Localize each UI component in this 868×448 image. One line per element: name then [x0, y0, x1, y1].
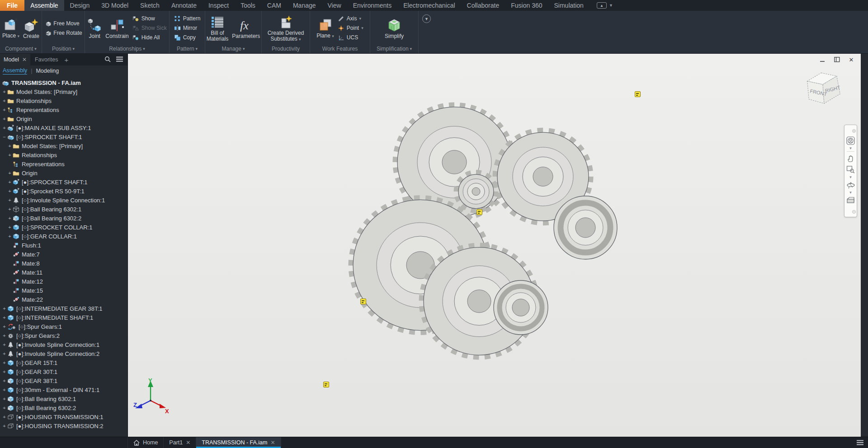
add-browser-tab-button[interactable]: + [63, 56, 71, 64]
ribbon-tab-environments[interactable]: Environments [347, 0, 398, 11]
tree-expander-icon[interactable]: + [1, 387, 7, 392]
plane-button[interactable]: Plane ▾ [315, 16, 335, 40]
ribbon-panel-label-pattern[interactable]: Pattern▾ [170, 44, 205, 53]
show-button[interactable]: Show [131, 14, 168, 23]
tree-expander-icon[interactable]: + [1, 424, 7, 429]
ribbon-tab-design[interactable]: Design [64, 0, 96, 11]
tree-item-transmission-fa-iam[interactable]: TRANSMISSION - FA.iam [0, 78, 127, 87]
tree-item-30mm-external-din-471-1[interactable]: +[○]:30mm - External - DIN 471:1 [0, 385, 127, 394]
minimize-icon[interactable] [819, 56, 826, 63]
tree-expander-icon[interactable]: + [1, 397, 7, 401]
hide-all-button[interactable]: Hide All [131, 33, 168, 42]
navbar-options-icon[interactable] [852, 207, 856, 215]
tree-item-relationships[interactable]: +Relationships [0, 150, 127, 159]
joint-button[interactable]: Joint [86, 17, 103, 40]
place-button[interactable]: Place ▾ [1, 16, 21, 40]
restore-icon[interactable] [834, 56, 840, 63]
mirror-button[interactable]: Mirror [173, 24, 202, 33]
tree-expander-icon[interactable]: − [1, 135, 7, 140]
ribbon-panel-label-manage[interactable]: Manage▾ [205, 44, 261, 53]
tree-expander-icon[interactable]: + [7, 189, 13, 194]
create-derived-substitutes-button[interactable]: Create Derived Substitutes ▾ [263, 14, 309, 43]
ribbon-panel-label-relationships[interactable]: Relationships▾ [85, 44, 169, 53]
tree-item-origin[interactable]: +Origin [0, 168, 127, 177]
tree-item-mate-7[interactable]: Mate:7 [0, 250, 127, 259]
tree-item-mate-8[interactable]: Mate:8 [0, 259, 127, 268]
ribbon-tab-view[interactable]: View [322, 0, 347, 11]
tree-expander-icon[interactable]: + [1, 378, 7, 383]
tree-item-mate-11[interactable]: Mate:11 [0, 268, 127, 277]
tree-item-origin[interactable]: +Origin [0, 114, 127, 123]
subtab-assembly[interactable]: Assembly [3, 67, 27, 75]
zoom-window-button[interactable] [845, 164, 856, 175]
close-icon[interactable]: ✕ [22, 56, 27, 63]
tree-expander-icon[interactable]: + [7, 234, 13, 239]
point-button[interactable]: Point▾ [336, 24, 365, 33]
tree-expander-icon[interactable]: + [7, 198, 13, 203]
chevron-down-icon[interactable]: ▼ [849, 176, 853, 179]
tree-item-flush-1[interactable]: Flush:1 [0, 241, 127, 250]
view-cube[interactable]: FRONT RIGHT [798, 67, 848, 119]
ucs-button[interactable]: UCS [336, 33, 365, 42]
tree-item-sprocket-shaft-1[interactable]: −[○]:SPROCKET SHAFT:1 [0, 132, 127, 141]
look-at-button[interactable] [845, 195, 856, 205]
tree-expander-icon[interactable]: + [7, 171, 13, 176]
tree-expander-icon[interactable]: + [1, 351, 7, 356]
ribbon-panel-label-position[interactable]: Position▾ [42, 44, 85, 53]
tree-item-involute-spline-connection-1[interactable]: +[●]:Involute Spline Connection:1 [0, 340, 127, 349]
tree-item-ball-bearing-6302-2[interactable]: +[○]:Ball Bearing 6302:2 [0, 214, 127, 223]
tree-item-gear-38t-1[interactable]: +[○]:GEAR 38T:1 [0, 376, 127, 385]
simplify-button[interactable]: Simplify [383, 17, 405, 40]
doc-tab-transmission-fa-iam[interactable]: TRANSMISSION - FA.iam✕ [196, 437, 281, 448]
doc-tab-part1[interactable]: Part1✕ [164, 437, 196, 448]
tree-item-housing-transmission-2[interactable]: +[●]:HOUSING TRANSMISSION:2 [0, 421, 127, 430]
ribbon-tab-electromechanical[interactable]: Electromechanical [397, 0, 461, 11]
tree-item-gear-15t-1[interactable]: +[○]:GEAR 15T:1 [0, 358, 127, 367]
doc-tab-home[interactable]: Home [128, 437, 164, 448]
free-move-button[interactable]: Free Move [43, 19, 83, 28]
ribbon-tab-inspect[interactable]: Inspect [203, 0, 235, 11]
tree-expander-icon[interactable]: + [1, 324, 7, 329]
browser-tab-favorites[interactable]: Favorites [30, 56, 62, 63]
show-sick-button[interactable]: Show Sick [131, 24, 168, 33]
bill-of-materials-button[interactable]: Bill of Materials [205, 14, 230, 42]
tree-expander-icon[interactable]: + [1, 89, 7, 94]
tree-item-spur-gears-2[interactable]: +[○]:Spur Gears:2 [0, 331, 127, 340]
tree-item-mate-15[interactable]: Mate:15 [0, 286, 127, 295]
ribbon-tab-manage[interactable]: Manage [287, 0, 322, 11]
tree-item-representations[interactable]: +Representations [0, 105, 127, 114]
tree-expander-icon[interactable]: + [1, 315, 7, 320]
subtab-modeling[interactable]: Modeling [36, 68, 59, 74]
tree-expander-icon[interactable]: + [7, 216, 13, 221]
close-icon[interactable]: ✕ [848, 56, 854, 63]
tree-expander-icon[interactable]: + [1, 126, 7, 131]
browser-tab-model[interactable]: Model ✕ [0, 54, 30, 65]
tree-expander-icon[interactable]: + [1, 342, 7, 347]
tree-expander-icon[interactable]: + [7, 225, 13, 230]
tree-item-mate-12[interactable]: Mate:12 [0, 277, 127, 286]
copy-button[interactable]: Copy [173, 33, 202, 42]
tree-expander-icon[interactable]: + [1, 333, 7, 338]
ribbon-tab-fusion-360[interactable]: Fusion 360 [505, 0, 548, 11]
parameters-button[interactable]: fxParameters [231, 17, 261, 40]
tree-item-housing-transmission-1[interactable]: +[●]:HOUSING TRANSMISSION:1 [0, 412, 127, 421]
free-rotate-button[interactable]: Free Rotate [43, 28, 83, 37]
create-button[interactable]: Create [22, 17, 41, 40]
tree-expander-icon[interactable]: + [1, 406, 7, 411]
tree-item-gear-collar-1[interactable]: +[○]:GEAR COLLAR:1 [0, 232, 127, 241]
ribbon-tab-3d-model[interactable]: 3D Model [95, 0, 134, 11]
ribbon-tab-sketch[interactable]: Sketch [134, 0, 165, 11]
orbit-button[interactable] [845, 180, 856, 190]
tree-item-involute-spline-connection-2[interactable]: +[●]:Involute Spline Connection:2 [0, 349, 127, 358]
navbar-close-icon[interactable] [852, 126, 856, 135]
chevron-down-icon[interactable]: ▼ [849, 147, 853, 150]
chevron-down-icon[interactable]: ▼ [849, 191, 853, 194]
tree-item-main-axle-sub-assy-1[interactable]: +[●]:MAIN AXLE SUB ASSY:1 [0, 123, 127, 132]
ribbon-tab-annotate[interactable]: Annotate [165, 0, 203, 11]
ribbon-tab-cam[interactable]: CAM [261, 0, 287, 11]
browser-menu-icon[interactable] [116, 56, 123, 63]
tree-expander-icon[interactable]: + [1, 415, 7, 420]
tree-expander-icon[interactable]: + [1, 360, 7, 365]
tree-item-model-states-primary[interactable]: +Model States: [Primary] [0, 141, 127, 150]
tree-item-gear-30t-1[interactable]: +[○]:GEAR 30T:1 [0, 367, 127, 376]
